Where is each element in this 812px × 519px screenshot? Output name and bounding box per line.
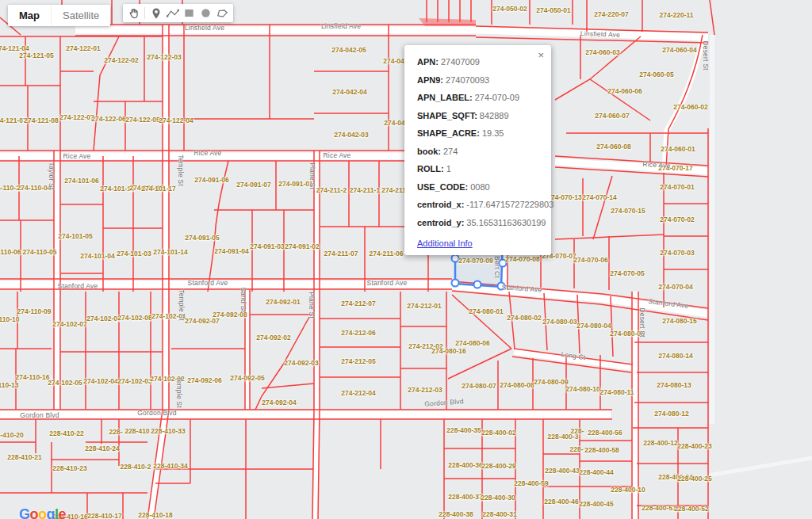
map-type-satellite-button[interactable]: Satellite (51, 5, 110, 26)
google-logo-letter: o (38, 506, 47, 519)
vertex-handle[interactable] (452, 280, 459, 287)
parcel-label: 228-400-46 (544, 498, 578, 506)
parcel-boundary (312, 151, 314, 519)
street-label: Gordon Blvd (137, 409, 176, 417)
close-icon[interactable]: × (538, 50, 544, 60)
street-label: Rice Ave (63, 152, 91, 160)
parcel-label: 274-101-04 (80, 252, 114, 260)
parcel-label: 228-400-25 (677, 475, 711, 483)
parcel-label: 274-220-11 (659, 11, 693, 19)
parcel-boundary (593, 176, 612, 239)
parcel-label: 274-080-13 (657, 381, 691, 389)
parcel-label: 274-121-07 (0, 116, 27, 124)
parcel-label: 274-070-02 (660, 216, 694, 223)
parcel-label: 274-080-06 (455, 339, 489, 347)
polygon-icon[interactable] (215, 6, 230, 21)
parcel-label: 274-212-06 (341, 329, 375, 337)
popup-field: APN_LABEL: 274-070-09 (417, 93, 538, 102)
parcel-label: 274-211-1 (350, 186, 380, 194)
parcel-label: 228-400-43 (545, 467, 579, 475)
parcel-label: 228-400-51 (642, 504, 676, 512)
parcel-label: 228-410 (124, 427, 149, 435)
street-label: Desert St (638, 307, 646, 337)
parcel-label: 274-102-06 (86, 315, 121, 322)
google-logo[interactable]: Google (19, 506, 66, 519)
map-type-control: Map Satellite (8, 5, 110, 26)
parcel-label: 274-092-04 (262, 399, 296, 406)
parcel-label: 274-101-17 (141, 185, 175, 193)
popup-field: USE_CODE: 0080 (417, 182, 538, 192)
google-logo-letter: g (47, 506, 56, 519)
parcel-label: 274-042-05 (331, 46, 366, 54)
parcel-label: 274-080-11 (599, 388, 634, 396)
parcel-label: 274-091-05 (185, 234, 219, 242)
parcel-label: 274-050-01 (536, 6, 570, 14)
parcel-label: 274-122-01 (66, 44, 100, 52)
parcel-label: 274-220-07 (594, 10, 628, 18)
street-label: Stanford Ave (367, 279, 408, 287)
parcel-label: 274-080-08 (500, 381, 534, 389)
vertex-handle[interactable] (474, 281, 481, 288)
pan-hand-icon[interactable] (126, 6, 141, 21)
parcel-label: 274-091-04 (214, 247, 248, 255)
google-logo-letter: G (19, 506, 30, 519)
parcel-label: 274-212-04 (341, 389, 375, 397)
popup-field: APN: 27407009 (417, 57, 538, 67)
parcel-boundary (710, 0, 714, 35)
parcel-label: 274-122-02 (104, 56, 138, 64)
rectangle-icon[interactable] (182, 6, 197, 21)
street-label: Plane St (308, 162, 316, 189)
map-type-map-button[interactable]: Map (8, 5, 51, 26)
popup-field: ROLL: 1 (417, 164, 538, 174)
parcel-label: 228-410-22 (49, 429, 83, 437)
popup-fields: APN: 27407009APN9: 274070093APN_LABEL: 2… (417, 57, 538, 227)
parcel-label: 228-400-52 (674, 505, 708, 513)
polyline-icon[interactable] (165, 6, 180, 21)
parcel-label: 274-060-01 (661, 145, 695, 153)
parcel-label: 274-121-05 (19, 52, 53, 59)
parcel-label: 228-400-37 (448, 493, 482, 501)
parcel-label: 274-042-03 (334, 131, 368, 139)
street-label: Rice Ave (642, 160, 670, 170)
street-label: Stanford Ave (188, 279, 228, 287)
parcel-label: 274-110-09 (17, 307, 51, 315)
parcel-label: 274-070-06 (573, 256, 607, 264)
parcel-label: 274-060-05 (639, 71, 673, 78)
parcel-label: 274-102-05 (48, 379, 82, 387)
street-label: Stanford Ave (58, 282, 98, 290)
vertex-handle[interactable] (452, 255, 459, 262)
parcel-boundary (94, 36, 119, 151)
parcel-label: 228-410-17 (87, 512, 121, 519)
parcel-label: 228-400-58 (584, 446, 619, 454)
toolbar-separator (144, 7, 145, 19)
parcel-label: 228-410-34 (153, 462, 187, 470)
parcel-label: 274-101-03 (117, 250, 151, 258)
circle-icon[interactable] (198, 6, 213, 21)
street-label: Bert Ct (493, 256, 501, 278)
additional-info-link[interactable]: Additional Info (417, 239, 473, 248)
parcel-label: 274-080-14 (658, 352, 692, 360)
parcel-label: 274-060-07 (595, 112, 629, 120)
parcel-label: 228-400-59 (514, 479, 548, 487)
parcel-label: 228-410-18 (138, 511, 172, 519)
parcel-label: 228-400-29 (481, 462, 515, 470)
parcel-label: 274-211-06 (369, 250, 403, 258)
parcel-label: 228-400-30 (481, 494, 515, 502)
parcel-label: 274-080-03 (542, 318, 576, 326)
parcel-label: 228-400-31 (482, 510, 516, 518)
street-label: Temple St (177, 155, 185, 186)
popup-field: book: 274 (417, 147, 538, 156)
street-label: Desert St (702, 40, 710, 70)
parcel-label: 274-212-01 (407, 302, 441, 310)
parcel-label: 228-400-10 (611, 486, 645, 494)
parcel-label: 274-091-06 (194, 176, 228, 184)
place-marker-icon[interactable] (148, 6, 163, 21)
parcel-label: 228-410-2 (121, 463, 151, 471)
parcel-label: 274-080-02 (507, 314, 541, 322)
parcel-label: 274-080-16 (431, 347, 465, 355)
street-label: Rice Ave (324, 151, 351, 159)
parcel-label: 228-410-33 (151, 427, 185, 435)
road (708, 458, 812, 475)
parcel-label: 274-091-02 (285, 242, 319, 250)
parcel-label: 274-070-09 (458, 257, 492, 265)
